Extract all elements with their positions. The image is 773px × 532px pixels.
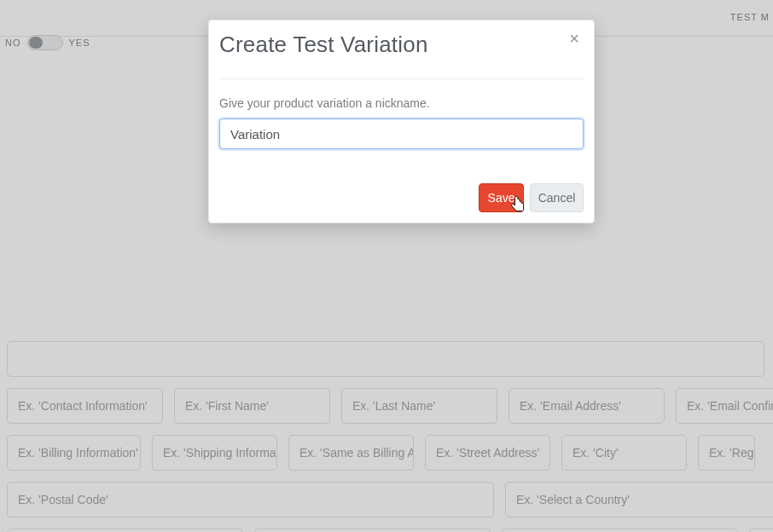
modal-footer: Save Cancel: [219, 183, 584, 212]
modal-title: Create Test Variation: [219, 32, 428, 58]
divider: [219, 78, 584, 79]
create-test-variation-modal: Create Test Variation × Give your produc…: [208, 20, 595, 223]
close-icon[interactable]: ×: [565, 29, 584, 48]
cancel-button[interactable]: Cancel: [530, 183, 584, 212]
modal-instruction: Give your product variation a nickname.: [219, 96, 430, 110]
variation-nickname-input[interactable]: [219, 119, 584, 149]
save-button[interactable]: Save: [479, 183, 524, 212]
